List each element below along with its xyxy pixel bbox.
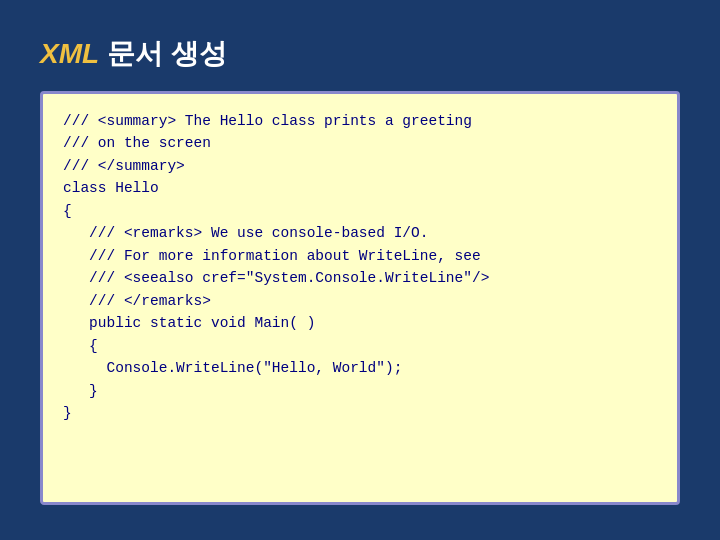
title-xml: XML xyxy=(40,38,99,69)
title-rest: 문서 생성 xyxy=(99,38,227,69)
slide-container: XML 문서 생성 /// <summary> The Hello class … xyxy=(10,15,710,525)
slide-title: XML 문서 생성 xyxy=(40,35,227,73)
title-bar: XML 문서 생성 xyxy=(40,35,680,73)
code-block: /// <summary> The Hello class prints a g… xyxy=(63,110,657,425)
code-container: /// <summary> The Hello class prints a g… xyxy=(40,91,680,505)
